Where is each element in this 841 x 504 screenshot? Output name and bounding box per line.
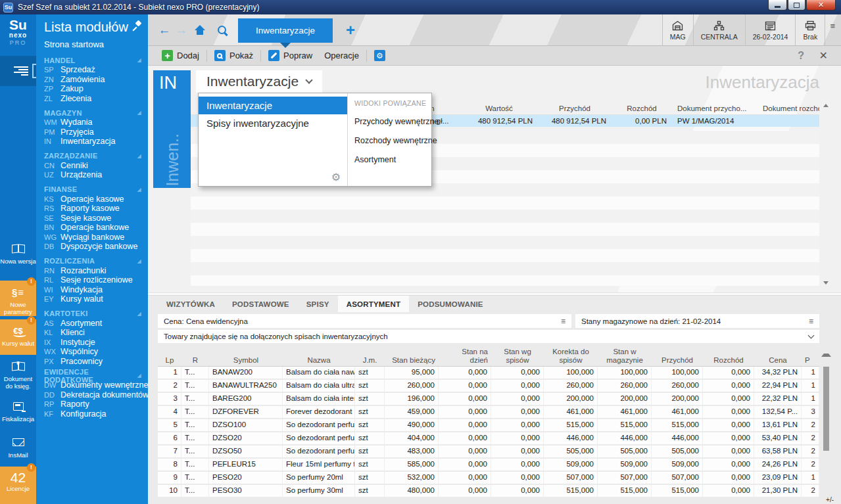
show-button[interactable]: Pokaż <box>208 46 259 65</box>
view-title-button[interactable]: Inwentaryzacje <box>196 70 322 93</box>
column-header[interactable]: Wartość <box>460 103 538 114</box>
menu-item[interactable]: Spisy inwentaryzacyjne <box>199 114 347 132</box>
sidebar-item-strona-startowa[interactable]: Strona startowa <box>36 36 148 51</box>
table-row[interactable]: 8T...PEFLEUR15Fleur 15ml perfumy toal...… <box>158 459 819 470</box>
related-view-item[interactable]: Rozchody wewnętrzne <box>354 136 439 145</box>
sidebar-item-uz[interactable]: UZUrządzenia <box>36 170 148 180</box>
tab-wizytówka[interactable]: WIZYTÓWKA <box>158 296 224 312</box>
sidebar-item-wx[interactable]: WXWspólnicy <box>36 347 148 357</box>
sidebar-item-kf[interactable]: KFKonfiguracja <box>36 409 148 419</box>
settings-button[interactable]: ⚙ <box>368 46 391 65</box>
table-row[interactable]: 4T...DZFOREVERForever dezodorant 100...s… <box>158 406 819 418</box>
column-header[interactable]: Przychód <box>538 103 612 114</box>
column-header[interactable]: Dokument przycho... <box>672 103 757 114</box>
list-scrollbar[interactable] <box>821 104 830 285</box>
scroll-thumb[interactable] <box>823 367 829 451</box>
printer-selector[interactable]: Brak <box>795 14 825 46</box>
modules-rail-button[interactable] <box>0 56 36 86</box>
sidebar-item-rp[interactable]: RPRaporty <box>36 400 148 409</box>
forward-button[interactable]: → <box>173 23 190 37</box>
sidebar-item-cn[interactable]: CNCenniki <box>36 161 148 171</box>
new-tab-button[interactable]: + <box>346 21 355 39</box>
rail-item-dokument-do-ksieg[interactable]: 0 Dokument do księg. <box>0 358 36 390</box>
tab-inwentaryzacje[interactable]: Inwentaryzacje <box>238 18 333 43</box>
sidebar-item-dd[interactable]: DDDekretacja dokumentów <box>36 390 148 400</box>
tab-podstawowe[interactable]: PODSTAWOWE <box>224 296 298 312</box>
module-section-header[interactable]: ROZLICZENIA◢ <box>36 256 148 266</box>
sidebar-item-zl[interactable]: ZLZlecenia <box>36 94 148 104</box>
warehouse-selector[interactable]: MAG <box>662 14 693 46</box>
sidebar-item-dw[interactable]: DWDokumenty wewnętrzne <box>36 380 148 390</box>
column-header[interactable]: Stan w magazynie <box>598 348 652 364</box>
table-row[interactable]: 6T...DZSO20So dezodorant perfumo...szt40… <box>158 432 819 444</box>
column-header[interactable]: R <box>181 356 209 365</box>
stock-date-filter[interactable]: Stany magazynowe na dzień: 21-02-2014 ≡ <box>575 314 819 328</box>
table-row[interactable]: 9T...PESO20So perfumy 20mlszt532,0000,00… <box>158 472 819 484</box>
rail-item-nowa-wersja[interactable]: Nowa wersja <box>0 241 36 265</box>
scope-select[interactable]: Towary znajdujące się na dołączonych spi… <box>158 330 819 343</box>
minimize-button[interactable] <box>768 0 787 11</box>
sidebar-item-wi[interactable]: WIWindykacja <box>36 285 148 295</box>
options-icon[interactable]: ≡ <box>809 317 813 326</box>
rail-item-fiskalizacja[interactable]: Fiskalizacja <box>0 398 36 423</box>
scroll-down-icon[interactable] <box>823 281 829 285</box>
table-row[interactable]: 2T...BANAWULTRA250Balsam do ciała ultran… <box>158 380 819 392</box>
column-header[interactable]: Nazwa <box>283 356 355 365</box>
column-header[interactable]: Korekta do spisów <box>544 348 598 364</box>
module-section-header[interactable]: FINANSE◢ <box>36 185 148 195</box>
edit-button[interactable]: Popraw <box>262 46 318 65</box>
sidebar-item-db[interactable]: DBDyspozycje bankowe <box>36 242 148 252</box>
tab-podsumowanie[interactable]: PODSUMOWANIE <box>409 296 492 312</box>
rail-item-nowe-parametry[interactable]: ! §≡ Nowe parametry <box>0 281 36 316</box>
scroll-up-icon[interactable] <box>821 354 831 357</box>
sidebar-item-ey[interactable]: EYKursy walut <box>36 294 148 304</box>
options-icon[interactable]: ≡ <box>561 317 565 326</box>
sidebar-item-sp[interactable]: SPSprzedaż <box>36 65 148 75</box>
back-button[interactable]: ← <box>156 23 173 37</box>
table-row[interactable]: 3T...BAREG200Balsam do ciała intensy...s… <box>158 393 819 405</box>
home-icon[interactable] <box>194 25 206 35</box>
menu-item[interactable]: Inwentaryzacje <box>199 97 347 114</box>
price-filter[interactable]: Cena: Cena ewidencyjna ≡ <box>158 314 571 328</box>
sidebar-item-wm[interactable]: WMWydania <box>36 118 148 127</box>
column-header[interactable]: P <box>802 356 819 365</box>
column-header[interactable]: Stan bieżący <box>385 356 439 365</box>
rail-item-insmail[interactable]: InsMail <box>0 434 36 459</box>
column-header[interactable]: Rozchód <box>703 356 754 365</box>
column-header[interactable]: Symbol <box>209 356 283 365</box>
sidebar-item-as[interactable]: ASAsortyment <box>36 319 148 329</box>
search-icon[interactable] <box>218 26 226 34</box>
sidebar-item-rl[interactable]: RLSesje rozliczeniowe <box>36 275 148 285</box>
module-section-header[interactable]: ZARZĄDZANIE◢ <box>36 151 148 161</box>
sidebar-item-rs[interactable]: RSRaporty kasowe <box>36 204 148 214</box>
status-menu-icon[interactable]: ≡ <box>825 21 841 39</box>
table-row[interactable]: 7T...DZSO50So dezodorant perfumo...szt48… <box>158 446 819 457</box>
sidebar-item-ks[interactable]: KSOperacje kasowe <box>36 195 148 204</box>
branch-selector[interactable]: CENTRALA <box>693 14 745 46</box>
sidebar-item-rn[interactable]: RNRozrachunki <box>36 266 148 276</box>
column-header[interactable]: Stan na dzień <box>439 348 491 364</box>
column-header[interactable]: Stan wg spisów <box>491 348 544 364</box>
close-button[interactable]: ✕ <box>806 0 836 11</box>
column-header[interactable]: Przychód <box>652 356 703 365</box>
sidebar-item-ix[interactable]: IXInstytucje <box>36 338 148 348</box>
sidebar-item-kl[interactable]: KLKlienci <box>36 328 148 338</box>
column-header[interactable]: Dokument rozchod... <box>757 103 819 114</box>
module-section-header[interactable]: MAGAZYN◢ <box>36 108 148 118</box>
rail-item-kursy-walut[interactable]: ! €$ Kursy walut <box>0 319 36 355</box>
table-row[interactable]: 1T...BANAW200Balsam do ciała nawilżaj...… <box>158 367 819 378</box>
column-header[interactable]: J.m. <box>355 356 385 365</box>
module-section-header[interactable]: HANDEL◢ <box>36 55 148 65</box>
module-section-header[interactable]: EWIDENCJE DODATKOWE◢ <box>36 371 148 380</box>
column-header[interactable]: Rozchód <box>612 103 672 114</box>
add-button[interactable]: + Dodaj <box>156 46 205 65</box>
detail-scrollbar[interactable] <box>821 352 831 493</box>
close-view-button[interactable]: ✕ <box>819 49 828 62</box>
sidebar-item-px[interactable]: PXPracownicy <box>36 357 148 367</box>
sidebar-item-zp[interactable]: ZPZakup <box>36 84 148 94</box>
operations-button[interactable]: Operacje <box>318 46 365 65</box>
rail-item-licencje[interactable]: ! 42 Licencje <box>0 467 36 504</box>
sidebar-item-se[interactable]: SESesje kasowe <box>36 214 148 223</box>
module-section-header[interactable]: KARTOTEKI◢ <box>36 309 148 319</box>
sidebar-item-zn[interactable]: ZNZamówienia <box>36 75 148 85</box>
